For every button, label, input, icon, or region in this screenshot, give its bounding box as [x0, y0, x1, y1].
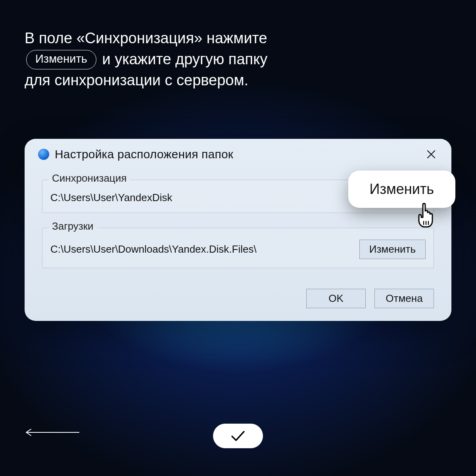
instruction-pill: Изменить: [26, 50, 96, 69]
downloads-change-button[interactable]: Изменить: [359, 240, 426, 259]
ok-button[interactable]: OK: [306, 289, 366, 308]
yandex-disk-icon: [38, 149, 49, 160]
downloads-fieldset: Загрузки C:\Users\User\Downloads\Yandex.…: [42, 222, 434, 268]
folder-settings-dialog: Настройка расположения папок Синхронизац…: [25, 139, 451, 321]
instruction-line2: и укажите другую папку: [102, 51, 267, 67]
instruction-line3: для синхронизации с сервером.: [25, 72, 248, 88]
dialog-body: Синхронизация C:\Users\User\YandexDisk И…: [25, 167, 451, 279]
dialog-titlebar: Настройка расположения папок: [25, 139, 451, 167]
dialog-title: Настройка расположения папок: [55, 148, 419, 161]
sync-legend: Синхронизация: [49, 172, 130, 184]
dialog-footer: OK Отмена: [25, 279, 451, 321]
instruction-text: В поле «Синхронизация» нажмите Изменить …: [25, 28, 451, 91]
cancel-button[interactable]: Отмена: [374, 289, 434, 308]
ok-label: OK: [328, 292, 344, 304]
downloads-path: C:\Users\User\Downloads\Yandex.Disk.File…: [50, 243, 352, 255]
cancel-label: Отмена: [386, 292, 422, 304]
sync-change-button[interactable]: Изменить: [348, 171, 455, 208]
sync-change-label: Изменить: [370, 181, 434, 197]
close-icon[interactable]: [424, 148, 438, 161]
instruction-line1: В поле «Синхронизация» нажмите: [25, 30, 267, 46]
downloads-change-label: Изменить: [369, 243, 416, 255]
downloads-legend: Загрузки: [49, 220, 97, 232]
